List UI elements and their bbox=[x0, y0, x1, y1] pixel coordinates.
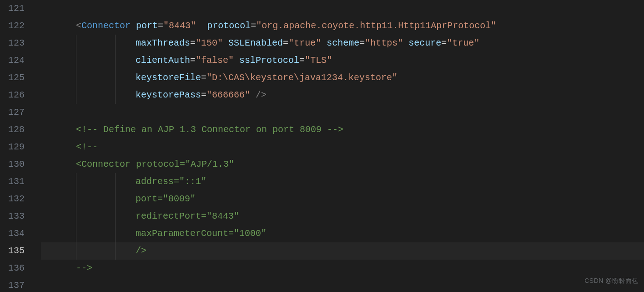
indent-guide bbox=[76, 173, 76, 190]
token-cmt: --> bbox=[76, 263, 92, 273]
token-eq: = bbox=[283, 38, 288, 48]
token-attr: sslProtocol bbox=[239, 55, 299, 66]
line-number-gutter[interactable]: 1211221231241251261271281291301311321331… bbox=[0, 0, 31, 292]
token-eq bbox=[131, 20, 136, 31]
token-tag: Connector bbox=[81, 20, 131, 31]
token-eq bbox=[321, 38, 327, 48]
indent-guide bbox=[115, 87, 116, 104]
code-line[interactable]: port="8009" bbox=[49, 190, 644, 208]
code-line[interactable]: <Connector protocol="AJP/1.3" bbox=[49, 156, 644, 173]
indent-guide bbox=[76, 87, 76, 104]
code-line[interactable]: keystorePass="666666" /> bbox=[49, 87, 644, 104]
code-line[interactable]: keystoreFile="D:\CAS\keystore\java1234.k… bbox=[49, 69, 644, 87]
token-eq: = bbox=[359, 38, 365, 48]
indent-guide bbox=[115, 190, 116, 208]
token-attr: secure bbox=[408, 38, 441, 48]
code-line[interactable]: maxParameterCount="1000" bbox=[49, 225, 644, 242]
line-number[interactable]: 123 bbox=[0, 35, 31, 52]
line-number[interactable]: 131 bbox=[0, 173, 31, 190]
indent-guide bbox=[76, 242, 76, 260]
token-str: "true" bbox=[288, 38, 321, 48]
token-eq: = bbox=[299, 55, 305, 66]
token-eq: = bbox=[158, 20, 163, 31]
token-cmt: port="8009" bbox=[136, 194, 196, 204]
code-line[interactable] bbox=[49, 0, 644, 17]
line-number[interactable]: 129 bbox=[0, 138, 31, 156]
line-number[interactable]: 135 bbox=[0, 242, 31, 260]
token-attr: keystorePass bbox=[136, 90, 201, 100]
indent-guide bbox=[115, 242, 116, 260]
code-line[interactable]: address="::1" bbox=[49, 173, 644, 190]
token-eq: = bbox=[201, 72, 206, 83]
token-attr: protocol bbox=[207, 20, 251, 31]
token-eq: = bbox=[190, 55, 196, 66]
code-line[interactable]: maxThreads="150" SSLEnabled="true" schem… bbox=[49, 35, 644, 52]
token-eq: = bbox=[441, 38, 447, 48]
token-eq bbox=[403, 38, 408, 48]
line-number[interactable]: 122 bbox=[0, 17, 31, 35]
indent-guide bbox=[115, 69, 116, 87]
token-eq: = bbox=[251, 20, 256, 31]
token-str: "666666" bbox=[206, 90, 250, 100]
token-attr: SSLEnabled bbox=[228, 38, 283, 48]
line-number[interactable]: 125 bbox=[0, 69, 31, 87]
fold-column[interactable] bbox=[31, 0, 41, 292]
indent-guide bbox=[115, 208, 116, 225]
token-cmt: redirectPort="8443" bbox=[136, 211, 239, 221]
indent-guide bbox=[76, 190, 76, 208]
line-number[interactable]: 124 bbox=[0, 52, 31, 69]
token-cmt: maxParameterCount="1000" bbox=[136, 228, 267, 239]
token-cmt: <Connector protocol="AJP/1.3" bbox=[76, 159, 234, 169]
token-eq: = bbox=[190, 38, 196, 48]
token-str: "true" bbox=[447, 38, 479, 48]
code-line[interactable]: --> bbox=[49, 260, 644, 277]
line-number[interactable]: 136 bbox=[0, 260, 31, 277]
code-line[interactable]: clientAuth="false" sslProtocol="TLS" bbox=[49, 52, 644, 69]
token-str: "TLS" bbox=[305, 55, 332, 66]
token-attr: maxThreads bbox=[136, 38, 190, 48]
indent-guide bbox=[115, 225, 116, 242]
token-attr: scheme bbox=[327, 38, 359, 48]
indent-guides-layer bbox=[41, 0, 49, 292]
line-number[interactable]: 127 bbox=[0, 104, 31, 121]
code-line[interactable] bbox=[49, 277, 644, 292]
code-line[interactable]: /> bbox=[49, 242, 644, 260]
code-line[interactable]: <Connector port="8443" protocol="org.apa… bbox=[49, 17, 644, 35]
token-eq bbox=[196, 20, 207, 31]
code-line[interactable]: redirectPort="8443" bbox=[49, 208, 644, 225]
indent-guide bbox=[115, 35, 116, 52]
token-cmt: address="::1" bbox=[136, 176, 206, 187]
line-number[interactable]: 133 bbox=[0, 208, 31, 225]
token-attr: port bbox=[136, 20, 158, 31]
code-line[interactable]: <!-- bbox=[49, 138, 644, 156]
line-number[interactable]: 130 bbox=[0, 156, 31, 173]
indent-guide bbox=[76, 52, 76, 69]
token-str: "D:\CAS\keystore\java1234.keystore" bbox=[206, 72, 397, 83]
line-number[interactable]: 132 bbox=[0, 190, 31, 208]
indent-guide bbox=[76, 35, 76, 52]
indent-guide bbox=[76, 208, 76, 225]
code-line[interactable] bbox=[49, 104, 644, 121]
indent-guide bbox=[76, 69, 76, 87]
token-str: "false" bbox=[196, 55, 234, 66]
indent-guide bbox=[115, 173, 116, 190]
indent-guide bbox=[115, 52, 116, 69]
token-eq bbox=[250, 90, 256, 100]
code-editor[interactable]: 1211221231241251261271281291301311321331… bbox=[0, 0, 644, 292]
code-line[interactable]: <!-- Define an AJP 1.3 Connector on port… bbox=[49, 121, 644, 138]
code-area[interactable]: <Connector port="8443" protocol="org.apa… bbox=[49, 0, 644, 292]
token-attr: keystoreFile bbox=[136, 72, 201, 83]
token-p: /> bbox=[256, 90, 267, 100]
indent-guide bbox=[76, 225, 76, 242]
line-number[interactable]: 121 bbox=[0, 0, 31, 17]
token-str: "org.apache.coyote.http11.Http11AprProto… bbox=[256, 20, 496, 31]
token-cmt: <!-- bbox=[76, 142, 103, 152]
token-eq bbox=[234, 55, 239, 66]
line-number[interactable]: 137 bbox=[0, 277, 31, 292]
line-number[interactable]: 134 bbox=[0, 225, 31, 242]
token-attr: clientAuth bbox=[136, 55, 190, 66]
token-eq bbox=[223, 38, 228, 48]
token-cmt: <!-- Define an AJP 1.3 Connector on port… bbox=[76, 124, 343, 135]
line-number[interactable]: 128 bbox=[0, 121, 31, 138]
line-number[interactable]: 126 bbox=[0, 87, 31, 104]
